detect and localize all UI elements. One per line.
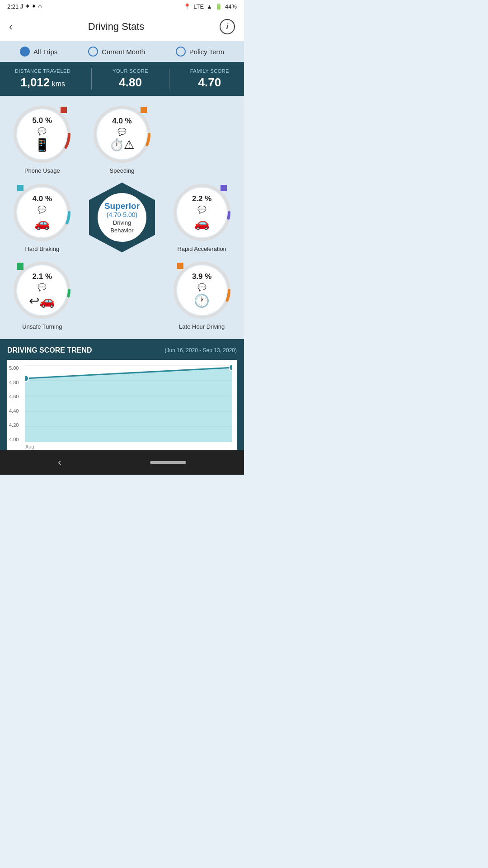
chart-x-label: Aug [25,442,232,449]
notification-icons: 𝐉 ✦ ✦ △ [20,3,42,10]
phone-usage-dot [61,107,67,113]
info-button[interactable]: i [220,19,235,34]
hard-braking-icon: 🚗 [34,216,50,231]
tab-current-month-label: Current Month [102,48,145,56]
rapid-accel-chat-icon: 💬 [197,205,206,214]
tab-row: All Trips Current Month Policy Term [0,41,244,62]
metrics-grid: 5.0 % 💬 📱 Phone Usage 4.0 % 💬 ⏱️⚠ [5,105,239,330]
trend-dates: (Jun 16, 2020 - Sep 13, 2020) [165,347,237,354]
speeding-chat-icon: 💬 [117,127,127,136]
hex-sub2: Behavior [104,227,140,234]
speeding-label: Speeding [110,167,135,174]
page-title: Driving Stats [88,21,145,33]
phone-usage-label: Phone Usage [24,167,60,174]
late-hour-label: Late Hour Driving [179,323,225,330]
phone-usage-circle: 5.0 % 💬 📱 [13,105,71,164]
battery-icon: 🔋 [215,3,222,10]
hard-braking-inner: 4.0 % 💬 🚗 [17,188,67,237]
svg-point-22 [229,365,232,371]
tab-policy-term[interactable]: Policy Term [176,47,224,57]
late-hour-chat-icon: 💬 [197,283,206,292]
divider-1 [91,68,92,90]
status-bar: 2:21 𝐉 ✦ ✦ △ 📍 LTE ▲ 🔋 44% [0,0,244,13]
chart-area: 5.00 4.80 4.60 4.40 4.20 4.00 [7,360,237,450]
trend-title: DRIVING SCORE TREND [7,346,92,354]
hex-rating: Superior [104,201,140,211]
time: 2:21 [7,3,19,10]
center-hexagon: Superior (4.70-5.00) Driving Behavior [84,181,160,254]
metric-phone-usage[interactable]: 5.0 % 💬 📱 Phone Usage [5,105,80,174]
chart-svg [25,365,232,442]
location-icon: 📍 [183,3,191,10]
phone-usage-chat-icon: 💬 [38,127,47,136]
hex-range: (4.70-5.00) [104,211,140,218]
hard-braking-chat-icon: 💬 [38,205,47,214]
trend-header: DRIVING SCORE TREND (Jun 16, 2020 - Sep … [7,346,237,354]
rapid-accel-label: Rapid Acceleration [177,245,226,252]
phone-usage-icon: 📱 [34,137,50,152]
tab-policy-term-indicator [176,47,186,57]
unsafe-turning-chat-icon: 💬 [38,283,47,292]
header: ‹ Driving Stats i [0,13,244,41]
distance-stat: Distance Traveled 1,012 kms [15,68,70,90]
unsafe-turning-label: Unsafe Turning [22,323,62,330]
nav-home-pill[interactable] [150,461,186,464]
your-score-label: Your Score [113,68,148,74]
signal-label: LTE [193,3,204,10]
chart-y-labels: 5.00 4.80 4.60 4.40 4.20 4.00 [7,365,20,442]
speeding-dot [141,107,147,113]
late-hour-circle: 3.9 % 💬 🕐 [173,261,231,320]
hard-braking-circle: 4.0 % 💬 🚗 [13,183,71,242]
your-score-value: 4.80 [113,75,148,90]
speeding-pct: 4.0 % [112,117,131,126]
tab-all-trips-label: All Trips [33,48,57,56]
hard-braking-label: Hard Braking [25,245,59,252]
family-score-label: Family Score [190,68,229,74]
unsafe-turning-circle: 2.1 % 💬 ↩🚗 [13,261,71,320]
status-left: 2:21 𝐉 ✦ ✦ △ [7,3,42,10]
battery-pct: 44% [225,3,237,10]
unsafe-turning-dot [17,263,23,270]
rapid-accel-pct: 2.2 % [192,194,211,203]
unsafe-turning-pct: 2.1 % [33,272,52,281]
distance-value: 1,012 kms [15,75,70,90]
stats-bar: Distance Traveled 1,012 kms Your Score 4… [0,62,244,96]
family-score-value: 4.70 [190,75,229,90]
rapid-accel-icon: 🚗 [194,216,210,231]
speeding-circle: 4.0 % 💬 ⏱️⚠ [93,105,151,164]
unsafe-turning-inner: 2.1 % 💬 ↩🚗 [17,265,67,315]
rapid-accel-circle: 2.2 % 💬 🚗 [173,183,231,242]
hex-sub1: Driving [104,219,140,226]
speeding-icon: ⏱️⚠ [109,138,134,152]
tab-all-trips-indicator [20,47,30,57]
late-hour-pct: 3.9 % [192,272,211,281]
nav-back-button[interactable]: ‹ [58,457,61,468]
tab-all-trips[interactable]: All Trips [20,47,57,57]
signal-bars-icon: ▲ [206,3,212,10]
metric-hard-braking[interactable]: 4.0 % 💬 🚗 Hard Braking [5,183,80,252]
family-score-stat: Family Score 4.70 [190,68,229,90]
metric-late-hour[interactable]: 3.9 % 💬 🕐 Late Hour Driving [164,261,239,330]
back-button[interactable]: ‹ [9,20,13,33]
phone-usage-pct: 5.0 % [33,116,52,125]
tab-current-month[interactable]: Current Month [88,47,145,57]
late-hour-icon: 🕐 [194,293,210,308]
hexagon-shape: Superior (4.70-5.00) Driving Behavior [86,181,158,254]
trend-section: DRIVING SCORE TREND (Jun 16, 2020 - Sep … [0,339,244,450]
metric-speeding[interactable]: 4.0 % 💬 ⏱️⚠ Speeding [84,105,160,174]
nav-bar: ‹ [0,450,244,475]
tab-current-month-indicator [88,47,98,57]
rapid-accel-inner: 2.2 % 💬 🚗 [177,188,227,237]
distance-label: Distance Traveled [15,68,70,74]
metric-rapid-acceleration[interactable]: 2.2 % 💬 🚗 Rapid Acceleration [164,183,239,252]
hex-inner: Superior (4.70-5.00) Driving Behavior [104,201,140,234]
divider-2 [169,68,169,90]
phone-usage-inner: 5.0 % 💬 📱 [17,109,67,159]
late-hour-inner: 3.9 % 💬 🕐 [177,265,227,315]
your-score-stat: Your Score 4.80 [113,68,148,90]
rapid-accel-dot [221,185,227,191]
late-hour-dot [177,263,183,269]
main-area: 5.0 % 💬 📱 Phone Usage 4.0 % 💬 ⏱️⚠ [0,96,244,339]
svg-point-21 [25,375,28,382]
metric-unsafe-turning[interactable]: 2.1 % 💬 ↩🚗 Unsafe Turning [5,261,80,330]
